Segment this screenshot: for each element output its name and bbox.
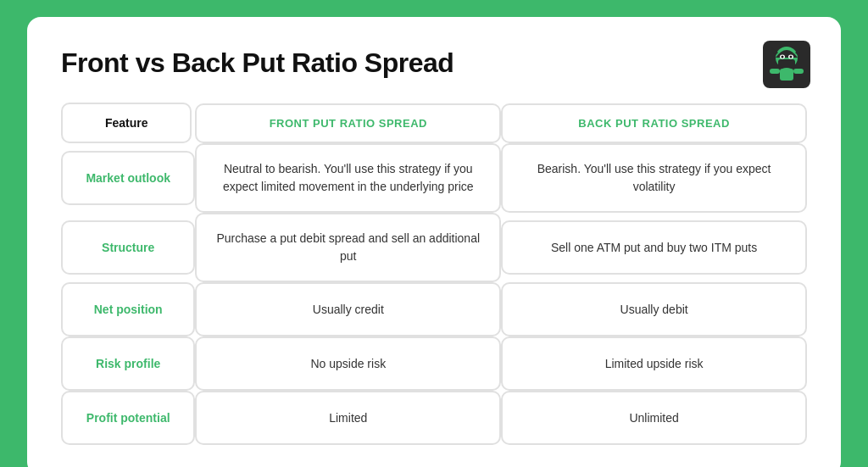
table-row: Profit potentialLimitedUnlimited — [61, 391, 807, 445]
cell-front-4: Limited — [195, 391, 501, 445]
cell-front-3: No upside risk — [195, 336, 501, 391]
svg-point-8 — [790, 56, 793, 58]
table-row: Market outlookNeutral to bearish. You'll… — [61, 143, 807, 213]
cell-back-4: Unlimited — [501, 391, 807, 445]
cell-feature-0: Market outlook — [61, 143, 195, 213]
svg-rect-10 — [770, 69, 780, 74]
cell-front-1: Purchase a put debit spread and sell an … — [195, 213, 501, 282]
svg-rect-9 — [780, 69, 793, 81]
svg-rect-11 — [793, 69, 804, 74]
cell-back-1: Sell one ATM put and buy two ITM puts — [501, 213, 807, 282]
th-back: BACK PUT RATIO SPREAD — [501, 103, 807, 143]
svg-rect-4 — [778, 59, 795, 68]
cell-front-0: Neutral to bearish. You'll use this stra… — [195, 143, 501, 213]
cell-feature-3: Risk profile — [61, 336, 195, 391]
cell-back-3: Limited upside risk — [501, 336, 807, 391]
comparison-card: Front vs Back Put Ratio Spread Feature F… — [27, 17, 841, 467]
cell-back-0: Bearish. You'll use this strategy if you… — [501, 143, 807, 213]
table-row: StructurePurchase a put debit spread and… — [61, 213, 807, 282]
table-row: Net positionUsually creditUsually debit — [61, 282, 807, 336]
cell-back-2: Usually debit — [501, 282, 807, 336]
cell-feature-2: Net position — [61, 282, 195, 336]
table-row: Risk profileNo upside riskLimited upside… — [61, 336, 807, 391]
page-title: Front vs Back Put Ratio Spread — [61, 47, 807, 79]
cell-front-2: Usually credit — [195, 282, 501, 336]
cell-feature-4: Profit potential — [61, 391, 195, 445]
cell-feature-1: Structure — [61, 213, 195, 282]
logo — [763, 41, 810, 88]
comparison-table: Feature FRONT PUT RATIO SPREAD BACK PUT … — [61, 103, 807, 445]
th-feature: Feature — [61, 103, 195, 143]
th-front: FRONT PUT RATIO SPREAD — [195, 103, 501, 143]
svg-point-7 — [782, 56, 784, 58]
